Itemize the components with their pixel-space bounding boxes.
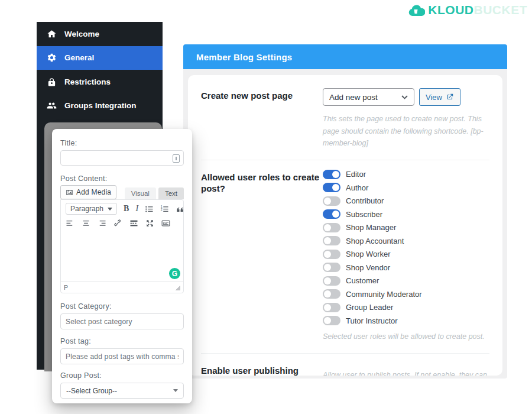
post-category-input[interactable] bbox=[66, 318, 179, 326]
align-center-button[interactable] bbox=[82, 219, 90, 228]
title-label: Title: bbox=[60, 139, 184, 147]
role-row-subscriber: Subscriber bbox=[323, 209, 489, 219]
title-input[interactable] bbox=[66, 154, 179, 162]
divider bbox=[201, 160, 489, 160]
role-name: Group Leader bbox=[346, 303, 393, 312]
add-media-button[interactable]: Add Media bbox=[60, 185, 116, 199]
bold-button[interactable]: B bbox=[124, 204, 129, 214]
toggle-tutor-instructor[interactable] bbox=[323, 316, 340, 325]
toolbar-toggle-button[interactable] bbox=[161, 219, 170, 228]
toggle-shop-vendor[interactable] bbox=[323, 263, 340, 272]
brand-wordmark: KLOUDBUCKET bbox=[428, 3, 527, 17]
allowed-roles-label: Allowed user roles to create post? bbox=[201, 170, 323, 343]
toggle-customer[interactable] bbox=[323, 276, 340, 286]
role-name: Shop Accountant bbox=[346, 237, 404, 245]
bold-icon: B bbox=[124, 204, 129, 214]
bulleted-list-button[interactable] bbox=[145, 205, 154, 214]
role-row-customer: Customer bbox=[323, 276, 489, 286]
chevron-down-icon bbox=[108, 208, 112, 211]
create-post-page-label: Create new post page bbox=[201, 88, 323, 150]
fullscreen-button[interactable] bbox=[145, 219, 154, 228]
editor-status-bar: P bbox=[61, 282, 183, 293]
member-blog-settings-card: Member Blog Settings Create new post pag… bbox=[183, 44, 507, 379]
title-field-wrap bbox=[60, 150, 184, 166]
create-post-page-select[interactable]: Add new post bbox=[323, 88, 414, 106]
add-media-label: Add Media bbox=[76, 188, 111, 196]
post-category-field-wrap bbox=[60, 313, 184, 329]
create-post-page-help: This sets the page used to create new po… bbox=[323, 113, 489, 150]
numbered-list-button[interactable]: 12 bbox=[160, 205, 169, 214]
lock-icon bbox=[47, 77, 57, 87]
align-left-icon bbox=[66, 219, 74, 228]
role-name: Tutor Instructor bbox=[346, 316, 398, 325]
divider bbox=[201, 353, 489, 354]
editor-textarea[interactable]: G bbox=[61, 232, 183, 282]
paragraph-dropdown[interactable]: Paragraph bbox=[66, 203, 117, 215]
grammarly-icon[interactable]: G bbox=[169, 268, 180, 279]
brand-secondary: BUCKET bbox=[474, 3, 528, 17]
create-post-page-select-value: Add new post bbox=[329, 93, 378, 102]
cloud-icon bbox=[408, 4, 425, 17]
toggle-shop-worker[interactable] bbox=[323, 250, 340, 259]
italic-button[interactable]: I bbox=[135, 204, 138, 214]
settings-body: Create new post page Add new post View T… bbox=[188, 75, 502, 376]
sidebar-item-groups-integration[interactable]: Groups Integration bbox=[37, 94, 163, 118]
brand-primary: KLOUD bbox=[428, 3, 473, 17]
bulleted-list-icon bbox=[145, 205, 154, 214]
toggle-community-moderator[interactable] bbox=[323, 289, 340, 299]
view-button-label: View bbox=[426, 93, 442, 102]
align-right-icon bbox=[98, 219, 106, 228]
resize-handle[interactable] bbox=[175, 285, 180, 290]
toggle-group-leader[interactable] bbox=[323, 303, 340, 312]
roles-list: EditorAuthorContributorSubscriberShop Ma… bbox=[323, 170, 489, 326]
tab-text[interactable]: Text bbox=[158, 187, 184, 199]
home-icon bbox=[47, 29, 57, 39]
blockquote-button[interactable] bbox=[176, 205, 184, 214]
chevron-down-icon bbox=[173, 389, 178, 392]
external-link-icon bbox=[446, 93, 454, 101]
post-tag-input[interactable] bbox=[66, 352, 179, 361]
post-tag-field-wrap bbox=[60, 348, 184, 364]
role-name: Subscriber bbox=[346, 210, 382, 219]
settings-header: Member Blog Settings bbox=[183, 44, 507, 69]
toggle-editor[interactable] bbox=[323, 170, 340, 179]
paragraph-dropdown-label: Paragraph bbox=[70, 205, 103, 213]
enable-publishing-help: Allow user to publish posts. If not enab… bbox=[323, 369, 489, 376]
role-name: Editor bbox=[346, 170, 366, 179]
enable-publishing-row: Enable user publishing Allow user to pub… bbox=[201, 363, 489, 376]
role-row-contributor: Contributor bbox=[323, 196, 489, 206]
toggle-shop-manager[interactable] bbox=[323, 223, 340, 232]
gear-icon bbox=[47, 53, 57, 63]
role-row-author: Author bbox=[323, 183, 489, 192]
toggle-contributor[interactable] bbox=[323, 196, 340, 206]
align-left-button[interactable] bbox=[66, 219, 74, 228]
link-button[interactable] bbox=[113, 219, 122, 228]
italic-icon: I bbox=[135, 204, 138, 214]
post-form-card: Title: Post Content: Add Media Visual Te… bbox=[52, 129, 192, 403]
tab-visual[interactable]: Visual bbox=[125, 187, 156, 199]
toggle-author[interactable] bbox=[323, 183, 340, 192]
content-editor: Paragraph BI12 G P bbox=[60, 199, 184, 293]
group-post-select[interactable]: --Select Group-- bbox=[60, 383, 184, 399]
toggle-shop-accountant[interactable] bbox=[323, 236, 340, 245]
sidebar-item-welcome[interactable]: Welcome bbox=[37, 22, 163, 46]
align-right-button[interactable] bbox=[98, 219, 106, 228]
role-name: Shop Vendor bbox=[346, 263, 390, 272]
post-tag-label: Post tag: bbox=[60, 337, 184, 345]
read-more-icon bbox=[129, 219, 138, 228]
settings-title: Member Blog Settings bbox=[196, 52, 292, 62]
chevron-down-icon bbox=[401, 95, 408, 99]
role-name: Contributor bbox=[346, 196, 384, 205]
status-path-text: P bbox=[64, 284, 68, 291]
read-more-button[interactable] bbox=[129, 219, 138, 228]
sidebar-item-restrictions[interactable]: Restrictions bbox=[37, 70, 163, 94]
role-row-community-moderator: Community Moderator bbox=[323, 289, 489, 299]
brand-logo: KLOUDBUCKET bbox=[408, 3, 527, 17]
toggle-subscriber[interactable] bbox=[323, 209, 340, 219]
role-name: Shop Worker bbox=[346, 250, 391, 258]
view-button[interactable]: View bbox=[419, 88, 460, 106]
sidebar-item-label: Welcome bbox=[64, 30, 99, 38]
sidebar-item-general[interactable]: General bbox=[37, 46, 163, 70]
role-name: Community Moderator bbox=[346, 290, 422, 299]
sidebar-item-label: Restrictions bbox=[64, 77, 111, 86]
